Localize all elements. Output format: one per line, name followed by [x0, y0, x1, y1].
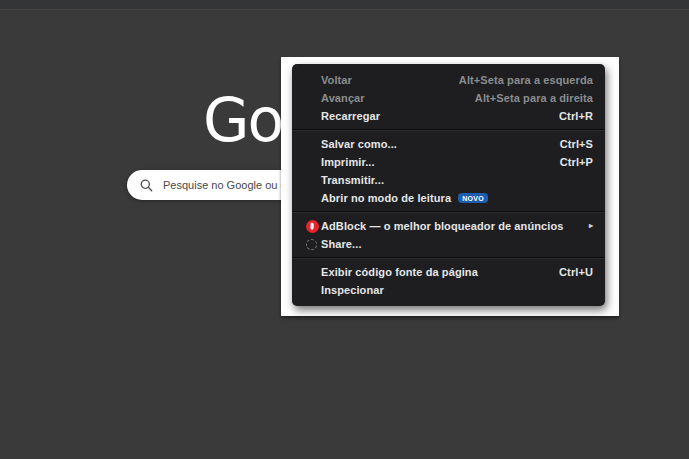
- menu-item-label: Voltar: [321, 74, 352, 86]
- menu-item-share[interactable]: Share...: [292, 235, 605, 253]
- menu-separator: [292, 257, 605, 259]
- context-menu: VoltarAlt+Seta para a esquerdaAvançarAlt…: [292, 64, 605, 306]
- menu-item-imprimir[interactable]: Imprimir...Ctrl+P: [292, 153, 605, 171]
- menu-item-transmitir[interactable]: Transmitir...: [292, 171, 605, 189]
- menu-item-label: Transmitir...: [321, 174, 384, 186]
- menu-backdrop: VoltarAlt+Seta para a esquerdaAvançarAlt…: [281, 57, 619, 316]
- menu-item-voltar: VoltarAlt+Seta para a esquerda: [292, 71, 605, 89]
- share-icon: [306, 239, 317, 250]
- menu-item-label: AdBlock — o melhor bloqueador de anúncio…: [321, 220, 563, 232]
- menu-item-abrir-modo-leitura[interactable]: Abrir no modo de leituraNOVO: [292, 189, 605, 207]
- menu-item-label: Exibir código fonte da página: [321, 266, 478, 278]
- menu-item-shortcut: Ctrl+S: [540, 138, 593, 150]
- adblock-icon: [306, 220, 319, 233]
- search-icon: [140, 179, 153, 192]
- novo-badge: NOVO: [458, 193, 488, 203]
- menu-item-label: Share...: [321, 238, 362, 250]
- menu-separator: [292, 129, 605, 131]
- menu-item-exibir-codigo-fonte[interactable]: Exibir código fonte da páginaCtrl+U: [292, 263, 605, 281]
- menu-item-label: Avançar: [321, 92, 365, 104]
- share-icon: [306, 239, 321, 250]
- menu-item-shortcut: Alt+Seta para a esquerda: [439, 74, 593, 86]
- menu-item-shortcut: Ctrl+R: [539, 110, 593, 122]
- menu-separator: [292, 211, 605, 213]
- menu-item-recarregar[interactable]: RecarregarCtrl+R: [292, 107, 605, 125]
- menu-item-avancar: AvançarAlt+Seta para a direita: [292, 89, 605, 107]
- browser-viewport: Goo Pesquise no Google ou digite u Volta…: [0, 0, 689, 459]
- adblock-icon: [306, 220, 321, 233]
- menu-item-inspecionar[interactable]: Inspecionar: [292, 281, 605, 299]
- submenu-arrow-icon: ▸: [589, 222, 593, 230]
- search-bar[interactable]: Pesquise no Google ou digite u: [127, 170, 305, 200]
- menu-item-label: Recarregar: [321, 110, 380, 122]
- menu-item-label: Salvar como...: [321, 138, 397, 150]
- menu-item-label: Abrir no modo de leitura: [321, 192, 451, 204]
- menu-item-adblock[interactable]: AdBlock — o melhor bloqueador de anúncio…: [292, 217, 605, 235]
- menu-item-label: Imprimir...: [321, 156, 375, 168]
- top-strip: [0, 0, 689, 10]
- menu-item-label: Inspecionar: [321, 284, 384, 296]
- menu-item-shortcut: Alt+Seta para a direita: [455, 92, 593, 104]
- menu-item-shortcut: Ctrl+U: [539, 266, 593, 278]
- menu-item-shortcut: Ctrl+P: [540, 156, 593, 168]
- menu-item-salvar-como[interactable]: Salvar como...Ctrl+S: [292, 135, 605, 153]
